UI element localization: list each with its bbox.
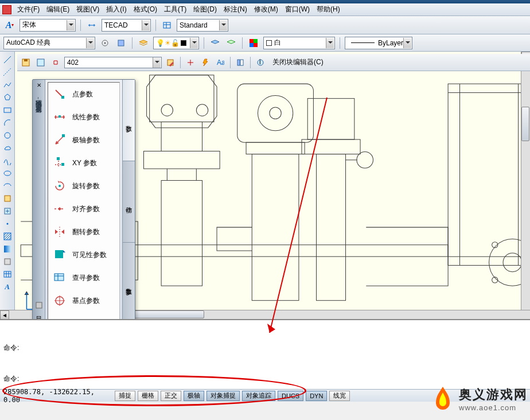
rectangle-icon[interactable] (1, 104, 14, 116)
point-icon[interactable] (1, 218, 14, 230)
wcs-settings-icon[interactable] (99, 37, 111, 49)
hatch-icon[interactable] (1, 231, 14, 242)
layer-state-icon[interactable] (225, 37, 237, 49)
menu-insert[interactable]: 插入(I) (103, 3, 130, 15)
menu-dimension[interactable]: 标注(N) (220, 3, 251, 15)
save-block-icon[interactable] (20, 56, 32, 69)
svg-point-40 (357, 151, 373, 168)
layer-previous-icon[interactable] (209, 37, 221, 49)
layer-manager-icon[interactable] (137, 37, 150, 49)
svg-point-27 (161, 104, 173, 116)
palette-props-icon[interactable] (35, 301, 43, 311)
layer-combo[interactable]: 💡 ☀ 🔓 (153, 37, 199, 49)
status-lwt[interactable]: 线宽 (329, 391, 350, 401)
param-basepoint[interactable]: 基点参数 (48, 289, 119, 312)
spline-icon[interactable] (1, 155, 14, 166)
color-combo[interactable]: 白 (263, 37, 335, 49)
param-point[interactable]: 点参数 (48, 83, 119, 106)
textstyle-combo[interactable]: TECAD (102, 19, 151, 32)
action-icon[interactable] (199, 56, 212, 69)
dimstyle-combo[interactable]: Standard (177, 19, 228, 32)
region-icon[interactable] (1, 256, 14, 267)
status-ducs[interactable]: DUCS (278, 391, 303, 401)
status-grid[interactable]: 栅格 (138, 391, 158, 401)
revcloud-icon[interactable] (1, 142, 14, 154)
insert-block-icon[interactable] (1, 193, 14, 204)
status-otrack[interactable]: 对象追踪 (242, 391, 275, 401)
svg-rect-54 (57, 157, 60, 160)
param-visibility[interactable]: 可见性参数 (48, 243, 119, 266)
palette-close-icon[interactable]: ✕ (37, 82, 41, 88)
palette-tab-parameters[interactable]: 参数 (122, 80, 135, 161)
attribute-def-icon[interactable]: Aa (214, 56, 227, 69)
svg-rect-37 (307, 99, 354, 139)
menu-tools[interactable]: 工具(T) (161, 3, 190, 15)
toggle-palette-icon[interactable] (234, 56, 247, 69)
palette-tab-paramsets[interactable]: 参数集 (122, 243, 135, 324)
arc-icon[interactable] (1, 117, 14, 129)
test-block-icon[interactable] (34, 56, 47, 69)
auto-constrain-icon[interactable] (49, 56, 62, 69)
circle-icon[interactable] (1, 130, 14, 141)
table-icon[interactable] (1, 269, 14, 280)
menu-draw[interactable]: 绘图(D) (190, 3, 220, 15)
status-ortho[interactable]: 正交 (161, 391, 181, 401)
ellipse-arc-icon[interactable] (1, 180, 14, 192)
param-rotation[interactable]: 旋转参数 (48, 174, 119, 197)
param-alignment[interactable]: 对齐参数 (48, 197, 119, 220)
tablestyle-icon[interactable] (161, 19, 173, 32)
svg-rect-6 (250, 43, 254, 47)
menu-help[interactable]: 帮助(H) (313, 3, 344, 15)
line-icon[interactable] (1, 54, 14, 65)
lock-icon: 🔓 (171, 39, 180, 47)
color-picker-icon[interactable] (247, 37, 260, 49)
param-polar[interactable]: 极轴参数 (48, 129, 119, 151)
vertical-scrollbar[interactable]: ▴ (521, 52, 530, 310)
menu-edit[interactable]: 编辑(E) (43, 3, 73, 15)
param-lookup[interactable]: 查寻参数 (48, 266, 119, 289)
block-name-input[interactable]: 402 (64, 57, 162, 68)
mtext-icon[interactable]: A (1, 281, 14, 293)
menu-format[interactable]: 格式(O) (130, 3, 161, 15)
svg-rect-19 (5, 196, 10, 201)
block-authoring-palette[interactable]: ✕ 块编写选项板 - 所有选项板 ⊟ 点参数 线性参数 极轴参数 XY 参数 旋… (32, 79, 135, 325)
ellipse-icon[interactable] (1, 168, 14, 179)
palette-side-title: 块编写选项板 - 所有选项板 (34, 95, 43, 101)
dimstyle-icon[interactable] (85, 19, 98, 32)
status-osnap[interactable]: 对象捕捉 (206, 391, 240, 401)
param-xy[interactable]: XY 参数 (48, 151, 119, 174)
menu-window[interactable]: 窗口(W) (282, 3, 313, 15)
font-combo[interactable]: 宋体 (20, 19, 76, 32)
svg-point-28 (196, 104, 208, 116)
xline-icon[interactable] (1, 67, 14, 78)
gradient-icon[interactable] (1, 243, 14, 255)
sun-icon: ☀ (165, 39, 171, 47)
menu-file[interactable]: 文件(F) (14, 3, 43, 15)
status-dyn[interactable]: DYN (306, 391, 327, 401)
make-block-icon[interactable] (1, 205, 14, 217)
svg-point-55 (59, 185, 61, 187)
menu-view[interactable]: 视图(V) (73, 3, 103, 15)
command-window[interactable]: 命令: 命令: 命令: _bedit 正在重新生成模型。 命令: _BParam… (0, 319, 530, 389)
palette-titlebar[interactable]: ✕ 块编写选项板 - 所有选项板 ⊟ (33, 80, 45, 324)
svg-rect-13 (240, 60, 243, 65)
polygon-icon[interactable] (1, 92, 14, 103)
palette-tab-actions[interactable]: 动作 (122, 161, 135, 243)
status-snap[interactable]: 捕捉 (115, 391, 135, 401)
param-flip[interactable]: 翻转参数 (48, 220, 119, 243)
scroll-left-icon[interactable]: ◂ (0, 310, 9, 320)
param-linear[interactable]: 线性参数 (48, 106, 119, 129)
status-polar[interactable]: 极轴 (184, 391, 204, 401)
linetype-combo[interactable]: ByLayer (345, 37, 412, 49)
visibility-mode-icon[interactable]: i (254, 56, 267, 69)
close-block-editor-button[interactable]: 关闭块编辑器(C) (272, 57, 324, 67)
tool-palettes-icon[interactable] (115, 37, 127, 49)
scroll-thumb[interactable] (521, 107, 529, 141)
edit-block-def-icon[interactable] (164, 56, 177, 69)
point-param-icon[interactable] (184, 56, 197, 69)
menu-modify[interactable]: 修改(M) (251, 3, 282, 15)
textstyle-icon[interactable]: A▾ (3, 19, 16, 32)
polyline-icon[interactable] (1, 79, 14, 91)
workspace-combo[interactable]: AutoCAD 经典 (3, 37, 95, 49)
svg-rect-12 (237, 60, 240, 65)
